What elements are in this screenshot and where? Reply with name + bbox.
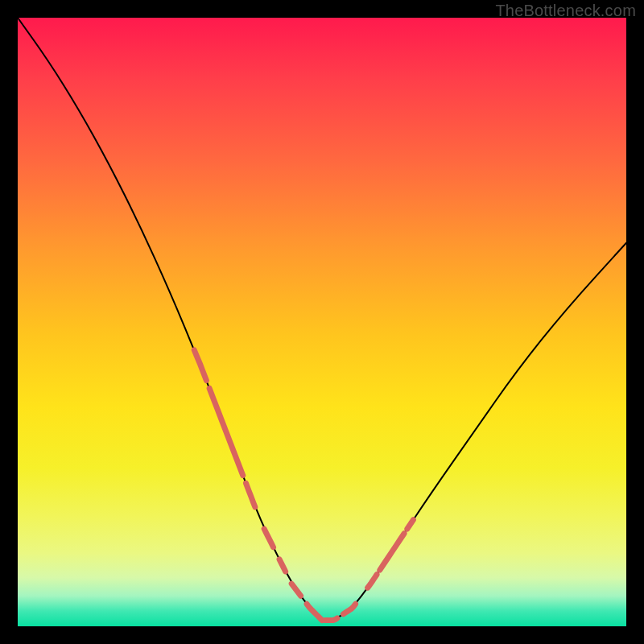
- highlight-seg-7: [325, 618, 337, 621]
- highlight-seg-1: [209, 388, 243, 475]
- chart-frame: TheBottleneck.com: [0, 0, 644, 644]
- highlight-group: [194, 350, 413, 621]
- highlight-seg-11: [407, 520, 414, 529]
- highlight-seg-6: [307, 604, 322, 620]
- highlight-seg-4: [279, 559, 286, 572]
- highlight-seg-0: [194, 350, 206, 381]
- highlight-seg-5: [291, 584, 300, 596]
- curve-svg: [18, 18, 626, 626]
- highlight-seg-8: [343, 604, 355, 614]
- highlight-seg-3: [264, 529, 273, 547]
- highlight-seg-10: [380, 534, 404, 570]
- highlight-seg-2: [246, 483, 255, 506]
- highlight-seg-9: [368, 575, 377, 588]
- bottleneck-curve: [18, 18, 626, 620]
- plot-area: [18, 18, 626, 626]
